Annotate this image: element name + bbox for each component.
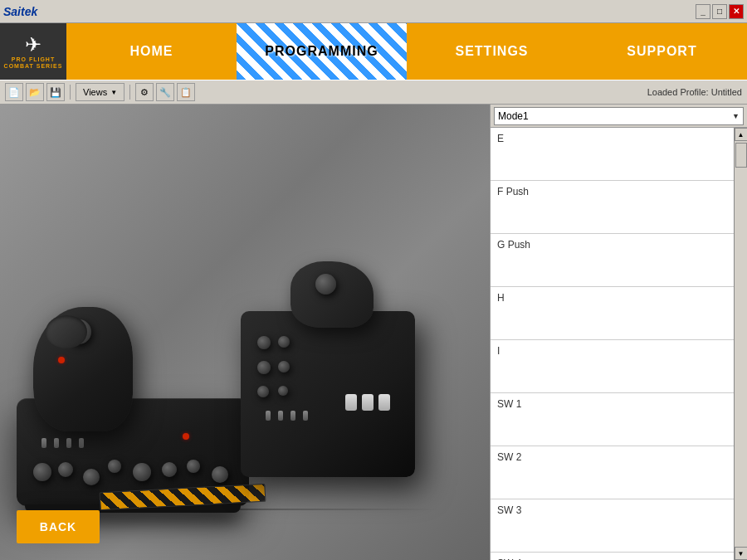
toolbar: 📄 📂 💾 Views ⚙ 🔧 📋 Loaded Profile: Untitl… [0,80,747,105]
button-item-sw-4[interactable]: SW 4 [491,553,734,560]
logo-text: PRO FLIGHT COMBAT SERIES [4,56,63,71]
nav-tab-home[interactable]: HOME [66,23,237,80]
toolbar-separator-2 [129,85,130,100]
knob-7 [187,460,200,473]
switch-3 [66,438,71,448]
button-item-label-6: SW 2 [497,451,521,463]
nav-tab-support[interactable]: SUPPORT [577,23,747,80]
button-item-g-push[interactable]: G Push [491,234,734,287]
right-panel: Mode1 EF PushG PushHISW 1SW 2SW 3SW 4 ▲ … [490,105,747,560]
joystick-grip [33,307,133,431]
views-dropdown-button[interactable]: Views [76,83,124,101]
maximize-button[interactable]: □ [712,4,727,19]
t-knob-3 [257,361,271,374]
nav-tab-settings[interactable]: SETTINGS [407,23,577,80]
open-file-button[interactable]: 📂 [26,83,44,101]
t-switch-2 [278,411,283,421]
knob-2 [58,462,73,477]
toolbar-separator-1 [70,85,71,100]
throttle-head [290,261,374,328]
white-knob-2 [362,394,374,411]
switch-2 [54,438,59,448]
knob-5 [133,463,151,481]
device-view-panel: BACK [0,105,490,560]
brand-name: Saitek [3,5,37,18]
button-list-container: EF PushG PushHISW 1SW 2SW 3SW 4 ▲ ▼ [491,128,747,560]
t-switch-3 [290,411,295,421]
mode-dropdown[interactable]: Mode1 [494,107,744,125]
settings-icon-button[interactable]: ⚙ [135,83,154,101]
titlebar-logo-area: Saitek [3,5,37,18]
button-item-label-1: F Push [497,186,529,197]
button-item-h[interactable]: H [491,287,734,340]
button-item-sw-3[interactable]: SW 3 [491,499,734,553]
scroll-down-button[interactable]: ▼ [735,547,748,560]
button-item-label-0: E [497,133,504,144]
t-knob-1 [257,336,271,349]
knob-1 [33,463,51,481]
titlebar: Saitek _ □ ✕ [0,0,747,23]
t-switch-4 [303,411,308,421]
button-list[interactable]: EF PushG PushHISW 1SW 2SW 3SW 4 [491,128,734,560]
button-item-label-3: H [497,292,505,304]
switch-4 [79,438,84,448]
scrollbar-track: ▲ ▼ [734,128,747,560]
t-knob-5 [257,386,269,397]
navbar: ✈ PRO FLIGHT COMBAT SERIES HOME PROGRAMM… [0,23,747,80]
t-knob-6 [278,386,288,396]
mode-selector: Mode1 [491,105,747,128]
back-button[interactable]: BACK [17,510,100,543]
nav-tabs: HOME PROGRAMMING SETTINGS SUPPORT [66,23,747,80]
gear-icon-button[interactable]: 🔧 [156,83,174,101]
titlebar-controls: _ □ ✕ [696,4,744,19]
button-item-sw-1[interactable]: SW 1 [491,393,734,446]
device-scene: BACK [0,105,490,560]
t-knob-2 [278,336,290,348]
white-knob-3 [345,394,357,411]
logo-plane-icon: ✈ [25,33,42,56]
led-indicator [183,433,189,440]
throttle-head-knob [315,274,336,295]
knob-8 [212,466,228,483]
grip-led [58,357,65,363]
t-switch-1 [266,411,271,421]
knob-4 [108,460,121,473]
save-file-button[interactable]: 💾 [46,83,65,101]
white-knob-1 [378,394,390,411]
loaded-profile-text: Loaded Profile: Untitled [647,87,742,97]
minimize-button[interactable]: _ [696,4,710,19]
throttle-unit [241,311,415,477]
knob-6 [162,462,177,477]
logo-area: ✈ PRO FLIGHT COMBAT SERIES [0,23,66,80]
knob-3 [83,469,100,485]
new-file-button[interactable]: 📄 [5,83,23,101]
button-item-e[interactable]: E [491,128,734,181]
button-item-sw-2[interactable]: SW 2 [491,446,734,499]
tool-icon-button[interactable]: 📋 [177,83,195,101]
scroll-up-button[interactable]: ▲ [735,128,748,141]
button-item-f-push[interactable]: F Push [491,181,734,234]
button-item-label-4: I [497,345,500,357]
grip-top-knob [66,319,91,344]
switch-1 [42,438,46,448]
t-knob-4 [278,361,290,373]
nav-tab-programming[interactable]: PROGRAMMING [237,23,407,80]
mode-value: Mode1 [498,110,529,122]
button-item-label-5: SW 1 [497,398,521,410]
close-button[interactable]: ✕ [729,4,744,19]
button-item-i[interactable]: I [491,340,734,393]
main-area: BACK Mode1 EF PushG PushHISW 1SW 2SW 3SW… [0,105,747,560]
scrollbar-thumb[interactable] [735,143,747,168]
button-item-label-7: SW 3 [497,504,521,516]
button-item-label-2: G Push [497,239,530,251]
